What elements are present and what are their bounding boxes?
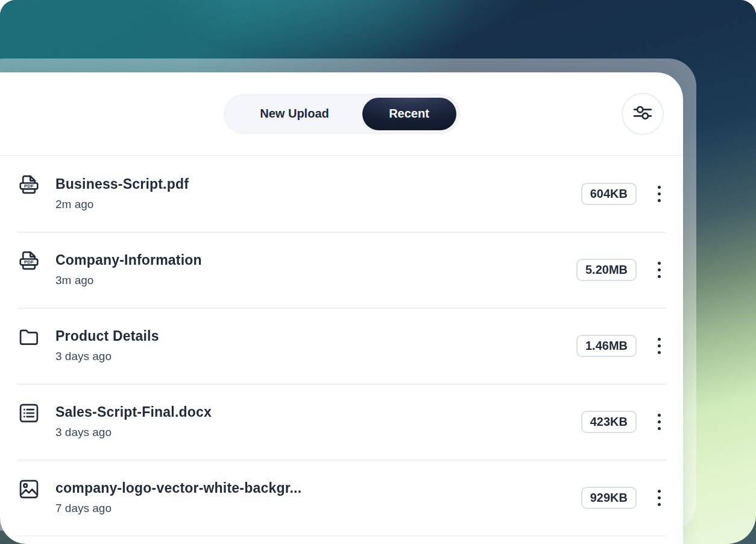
file-row[interactable]: Product Details 3 days ago 1.46MB — [0, 308, 683, 384]
file-panel: New Upload Recent PDF Business-Script.pd… — [0, 72, 683, 544]
document-lines-icon — [17, 401, 41, 425]
file-size-badge: 1.46MB — [576, 335, 637, 357]
tab-recent[interactable]: Recent — [362, 98, 456, 130]
file-name: Product Details — [55, 328, 576, 344]
file-name: Sales-Script-Final.docx — [55, 404, 581, 420]
pdf-file-icon: PDF — [17, 249, 41, 273]
file-info: Sales-Script-Final.docx 3 days ago — [55, 404, 581, 439]
folder-icon — [17, 325, 41, 349]
file-row[interactable]: Sales-Script-Final.docx 3 days ago 423KB — [0, 384, 683, 460]
kebab-menu-button[interactable] — [653, 259, 665, 280]
kebab-menu-button[interactable] — [653, 411, 665, 432]
image-icon — [17, 477, 41, 501]
file-size-badge: 604KB — [581, 183, 637, 205]
file-time: 7 days ago — [55, 502, 581, 515]
pdf-file-icon: PDF — [17, 173, 41, 197]
file-info: Company-Information 3m ago — [55, 252, 576, 287]
file-name: Company-Information — [55, 252, 576, 268]
file-row[interactable]: PDF Business-Script.pdf 2m ago 604KB — [0, 156, 683, 232]
file-row[interactable]: PDF Company-Information 3m ago 5.20MB — [0, 232, 683, 308]
file-time: 3 days ago — [55, 350, 576, 363]
upload-recent-toggle: New Upload Recent — [224, 94, 460, 134]
file-time: 3 days ago — [55, 426, 581, 439]
svg-text:PDF: PDF — [24, 259, 34, 265]
file-info: Product Details 3 days ago — [55, 328, 576, 363]
file-list: PDF Business-Script.pdf 2m ago 604KB PDF… — [0, 156, 683, 536]
file-row[interactable]: company-logo-vector-white-backgr... 7 da… — [0, 460, 683, 536]
svg-text:PDF: PDF — [24, 183, 34, 189]
list-divider — [17, 536, 666, 536]
sliders-icon — [632, 104, 653, 124]
kebab-menu-button[interactable] — [653, 335, 665, 356]
file-size-badge: 929KB — [581, 487, 637, 509]
file-time: 2m ago — [55, 198, 581, 211]
panel-header: New Upload Recent — [0, 72, 683, 156]
file-size-badge: 5.20MB — [576, 259, 637, 281]
file-name: company-logo-vector-white-backgr... — [55, 480, 581, 496]
file-time: 3m ago — [55, 274, 576, 287]
file-name: Business-Script.pdf — [55, 176, 581, 192]
filter-button[interactable] — [622, 93, 664, 135]
tab-new-upload[interactable]: New Upload — [227, 107, 362, 121]
file-size-badge: 423KB — [581, 411, 637, 433]
kebab-menu-button[interactable] — [653, 487, 665, 508]
file-info: company-logo-vector-white-backgr... 7 da… — [55, 480, 581, 515]
kebab-menu-button[interactable] — [653, 183, 665, 204]
file-info: Business-Script.pdf 2m ago — [55, 176, 581, 211]
